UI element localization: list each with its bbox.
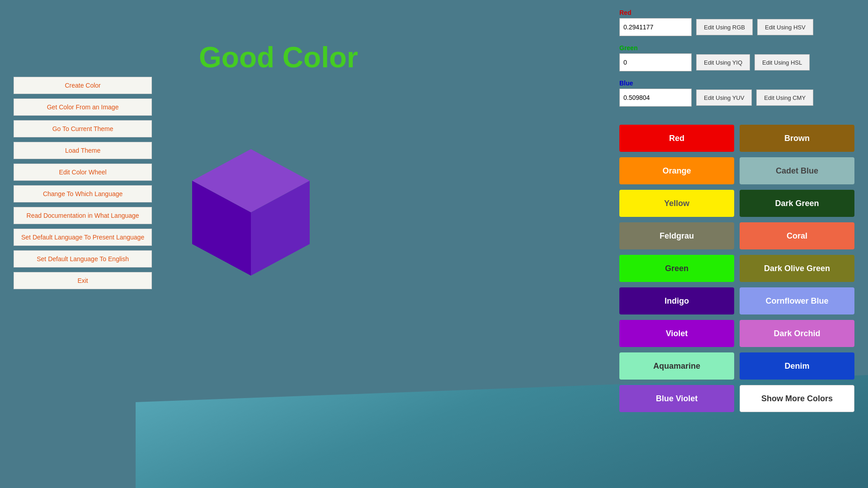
blue-row: Blue Edit Using YUV Edit Using CMY	[619, 80, 854, 107]
blue-violet-color-button[interactable]: Blue Violet	[619, 385, 734, 412]
color-grid: RedBrownOrangeCadet BlueYellowDark Green…	[619, 125, 854, 412]
edit-cmy-button[interactable]: Edit Using CMY	[756, 89, 813, 106]
red-row: Red Edit Using RGB Edit Using HSV	[619, 9, 854, 36]
feldgrau-color-button[interactable]: Feldgrau	[619, 222, 734, 249]
go-current-theme-button[interactable]: Go To Current Theme	[14, 120, 152, 137]
cadet-blue-color-button[interactable]: Cadet Blue	[740, 157, 854, 184]
indigo-color-button[interactable]: Indigo	[619, 287, 734, 314]
edit-yiq-button[interactable]: Edit Using YIQ	[696, 54, 750, 70]
violet-color-button[interactable]: Violet	[619, 320, 734, 347]
yellow-color-button[interactable]: Yellow	[619, 190, 734, 217]
sidebar: Create ColorGet Color From an ImageGo To…	[14, 77, 152, 289]
dark-green-color-button[interactable]: Dark Green	[740, 190, 854, 217]
exit-button[interactable]: Exit	[14, 272, 152, 289]
green-row: Green Edit Using YIQ Edit Using HSL	[619, 44, 854, 71]
denim-color-button[interactable]: Denim	[740, 352, 854, 380]
show-more-color-button[interactable]: Show More Colors	[740, 385, 854, 412]
set-default-present-button[interactable]: Set Default Language To Present Language	[14, 229, 152, 246]
cube-display	[181, 140, 321, 286]
red-input[interactable]	[619, 18, 692, 36]
app-title: Good Color	[199, 41, 358, 74]
edit-hsv-button[interactable]: Edit Using HSV	[757, 19, 813, 35]
green-input[interactable]	[619, 53, 692, 71]
edit-yuv-button[interactable]: Edit Using YUV	[696, 89, 752, 106]
get-color-image-button[interactable]: Get Color From an Image	[14, 99, 152, 116]
red-label: Red	[619, 9, 854, 16]
aquamarine-color-button[interactable]: Aquamarine	[619, 352, 734, 380]
coral-color-button[interactable]: Coral	[740, 222, 854, 249]
orange-color-button[interactable]: Orange	[619, 157, 734, 184]
edit-rgb-button[interactable]: Edit Using RGB	[696, 19, 753, 35]
blue-label: Blue	[619, 80, 854, 87]
dark-olive-green-color-button[interactable]: Dark Olive Green	[740, 255, 854, 282]
red-color-button[interactable]: Red	[619, 125, 734, 152]
cornflower-blue-color-button[interactable]: Cornflower Blue	[740, 287, 854, 314]
set-default-english-button[interactable]: Set Default Language To English	[14, 250, 152, 267]
dark-orchid-color-button[interactable]: Dark Orchid	[740, 320, 854, 347]
edit-hsl-button[interactable]: Edit Using HSL	[755, 54, 810, 70]
right-panel: Red Edit Using RGB Edit Using HSV Green …	[606, 0, 868, 488]
green-label: Green	[619, 44, 854, 52]
change-language-button[interactable]: Change To Which Language	[14, 185, 152, 202]
edit-color-wheel-button[interactable]: Edit Color Wheel	[14, 164, 152, 181]
brown-color-button[interactable]: Brown	[740, 125, 854, 152]
green-color-button[interactable]: Green	[619, 255, 734, 282]
read-docs-language-button[interactable]: Read Documentation in What Language	[14, 207, 152, 224]
blue-input[interactable]	[619, 89, 692, 107]
create-color-button[interactable]: Create Color	[14, 77, 152, 94]
load-theme-button[interactable]: Load Theme	[14, 142, 152, 159]
